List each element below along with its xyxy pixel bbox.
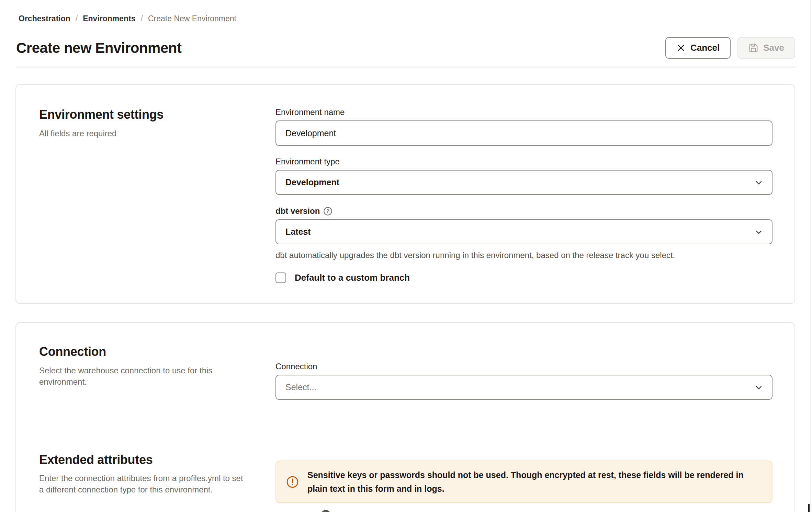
breadcrumb-separator: / xyxy=(141,14,143,23)
dbt-version-group: dbt version ? Latest xyxy=(275,206,772,260)
breadcrumb-separator: / xyxy=(76,14,78,23)
connection-select[interactable]: Select... xyxy=(275,375,772,400)
connection-description: Select the warehouse connection to use f… xyxy=(39,365,245,387)
breadcrumb-environments[interactable]: Environments xyxy=(83,14,135,23)
environment-name-label: Environment name xyxy=(275,107,772,117)
connection-section: Connection Select the warehouse connecti… xyxy=(39,345,772,400)
extended-attributes-heading: Extended attributes xyxy=(39,453,245,467)
dbt-version-select[interactable]: Latest xyxy=(275,219,772,244)
connection-placeholder: Select... xyxy=(285,382,316,392)
environment-type-label: Environment type xyxy=(275,157,772,166)
save-button[interactable]: Save xyxy=(737,37,795,59)
custom-branch-checkbox-row[interactable]: Default to a custom branch xyxy=(275,272,772,283)
breadcrumb: Orchestration / Environments / Create Ne… xyxy=(19,14,795,23)
close-icon xyxy=(676,43,686,53)
sensitive-keys-warning-banner: Sensitive keys or passwords should not b… xyxy=(275,461,772,503)
dbt-version-value: Latest xyxy=(285,227,311,237)
environment-type-select[interactable]: Development xyxy=(275,170,772,195)
environment-settings-heading: Environment settings xyxy=(39,107,245,122)
chevron-down-icon xyxy=(754,178,764,187)
environment-type-value: Development xyxy=(285,177,339,187)
window-edge-line xyxy=(810,0,811,512)
help-icon[interactable]: ? xyxy=(323,207,332,216)
chevron-down-icon xyxy=(754,227,764,237)
header-actions: Cancel Save xyxy=(665,37,795,59)
connection-card: Connection Select the warehouse connecti… xyxy=(15,322,795,512)
custom-branch-checkbox[interactable] xyxy=(275,272,286,283)
alert-circle-icon xyxy=(286,476,299,488)
chevron-down-icon xyxy=(754,383,764,392)
environment-name-group: Environment name xyxy=(275,107,772,146)
save-icon xyxy=(748,43,758,53)
environment-settings-card: Environment settings All fields are requ… xyxy=(15,84,795,304)
custom-branch-label: Default to a custom branch xyxy=(295,272,410,283)
cancel-button-label: Cancel xyxy=(690,43,720,53)
page-title: Create new Environment xyxy=(16,40,181,56)
top-bar: Orchestration / Environments / Create Ne… xyxy=(0,0,812,68)
save-button-label: Save xyxy=(763,43,784,53)
breadcrumb-current-page: Create New Environment xyxy=(148,14,236,23)
dbt-version-label-text: dbt version xyxy=(275,206,320,216)
environment-settings-subheading: All fields are required xyxy=(39,128,245,139)
svg-text:?: ? xyxy=(326,208,329,214)
extended-attributes-section: Extended attributes Enter the connection… xyxy=(39,453,772,503)
text-cursor-artifact xyxy=(808,504,810,512)
connection-heading: Connection xyxy=(39,345,245,359)
extended-attributes-description: Enter the connection attributes from a p… xyxy=(39,473,245,495)
connection-field-label: Connection xyxy=(275,362,772,371)
environment-type-group: Environment type Development xyxy=(275,157,772,195)
dbt-version-helper-text: dbt automatically upgrades the dbt versi… xyxy=(275,251,772,260)
dbt-version-label: dbt version ? xyxy=(275,206,772,216)
breadcrumb-orchestration[interactable]: Orchestration xyxy=(19,14,70,23)
cancel-button[interactable]: Cancel xyxy=(665,37,731,59)
environment-name-input[interactable] xyxy=(275,120,772,146)
warning-text: Sensitive keys or passwords should not b… xyxy=(307,468,762,496)
